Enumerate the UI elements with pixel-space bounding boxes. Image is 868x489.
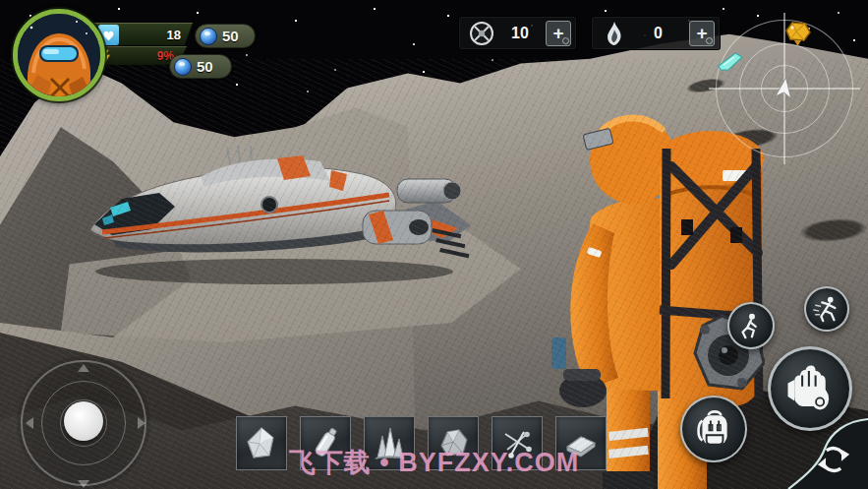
- joystick-knob[interactable]: [64, 401, 103, 441]
- star-field: [0, 0, 2, 2]
- joystick-arrow-left: [26, 417, 33, 429]
- backpack-button[interactable]: [680, 396, 747, 462]
- backpack-icon: [693, 408, 734, 450]
- currency-value: 50: [197, 58, 213, 75]
- oxygen-counter: 10 +: [458, 16, 577, 50]
- fire-value: 0: [627, 25, 689, 42]
- joystick-arrow-up: [78, 364, 89, 372]
- ship-marker: [717, 51, 744, 75]
- oxygen-value: 10: [494, 25, 546, 42]
- fire-add-button[interactable]: +: [689, 21, 715, 46]
- quartz-crystal-icon: [242, 424, 281, 463]
- fist-icon: [783, 362, 837, 415]
- sprint-icon: [812, 294, 841, 324]
- player-avatar[interactable]: [13, 9, 105, 101]
- joystick-arrow-down: [78, 480, 89, 488]
- game-screen: 18 9% 50 50: [0, 0, 868, 489]
- currency-badge[interactable]: 50: [169, 54, 232, 79]
- currency-value: 50: [222, 28, 239, 44]
- blue-coin-icon: [174, 58, 192, 76]
- joystick-arrow-right: [138, 417, 145, 429]
- health-value: 18: [167, 28, 181, 42]
- hotbar-slot-quartz-crystal[interactable]: [236, 416, 287, 470]
- health-bar: 18: [90, 23, 193, 45]
- switch-hands-button[interactable]: [775, 413, 868, 489]
- player-arrow: [776, 78, 793, 99]
- blue-coin-icon: [200, 28, 217, 45]
- oxygen-icon: [468, 20, 494, 46]
- crouch-button[interactable]: [727, 302, 775, 349]
- fire-icon: [601, 20, 627, 46]
- fire-counter: 0 +: [591, 16, 721, 50]
- crouch-icon: [736, 311, 766, 340]
- gold-loot-marker: [782, 20, 814, 47]
- watermark-text: 飞下载 • BYFZXY.COM: [289, 445, 579, 480]
- oxygen-add-button[interactable]: +: [546, 21, 571, 46]
- currency-badge[interactable]: 50: [195, 24, 256, 48]
- sprint-button[interactable]: [804, 286, 849, 332]
- crashed-spaceship: [83, 134, 471, 286]
